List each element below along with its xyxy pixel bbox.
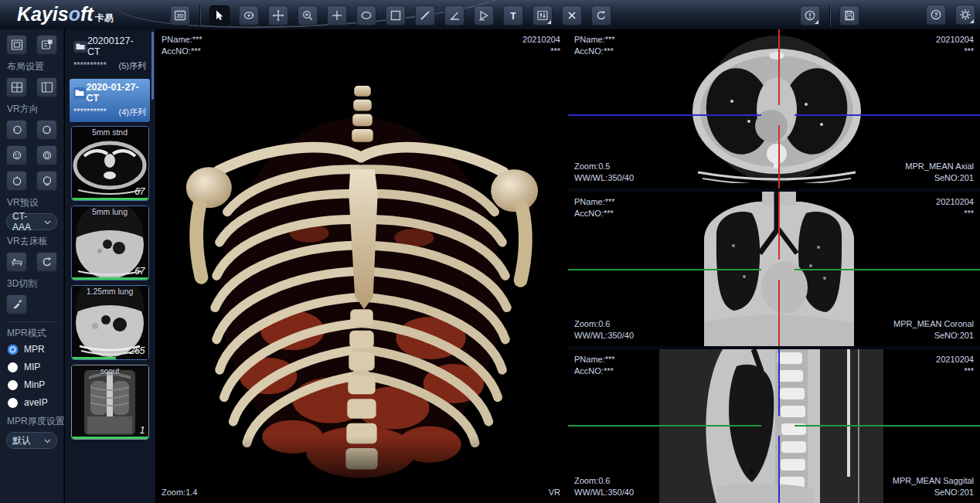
crosshair-horizontal-blue[interactable] (568, 114, 761, 116)
series-thumbnail-5mm-lung[interactable]: 5mm lung 67 (71, 206, 149, 280)
crosshair-vertical-red[interactable] (778, 192, 780, 260)
chevron-down-icon (44, 216, 51, 227)
zoom-in-button[interactable] (298, 5, 318, 25)
toolbar-separator (829, 5, 830, 26)
mpr-mode-radio-mip[interactable]: MIP (8, 362, 57, 372)
window-level-button[interactable] (533, 5, 553, 25)
thumbnail-image-count: 67 (134, 186, 145, 197)
vr-orientation-head-button[interactable] (6, 171, 27, 191)
rect-roi-button[interactable] (386, 5, 406, 25)
radio-icon (8, 362, 18, 372)
ellipse-roi-button[interactable] (356, 5, 376, 25)
restore-bed-button[interactable] (36, 252, 57, 272)
mpr-coronal-viewport[interactable]: PName:***AccNO:*** 20210204*** Zoom:0.6W… (568, 192, 980, 346)
crosshair-vertical-blue[interactable] (778, 349, 780, 416)
study-date: 20200127-CT (87, 36, 146, 57)
vr-preset-select[interactable]: CT-AAA (6, 213, 57, 230)
overlay-patient-info: PName:***AccNO:*** (574, 196, 615, 219)
layout-split-button[interactable] (36, 77, 57, 97)
radio-icon (8, 380, 18, 390)
scalpel-button[interactable] (6, 294, 27, 314)
tool-group-right-2: ? (926, 5, 975, 25)
toolbar-separator (199, 5, 200, 26)
rect-roi-icon (390, 9, 402, 22)
thumbnail-progress-bar (72, 437, 148, 439)
vr-orientation-feet-button[interactable] (36, 171, 57, 191)
info-button[interactable] (800, 5, 820, 25)
overlay-study-date: 20210204*** (522, 34, 560, 57)
settings-button[interactable] (955, 5, 975, 25)
thumbnail-progress-bar (72, 277, 148, 280)
series-thumbnail-scout[interactable]: scout 1 (71, 365, 149, 440)
layout-2d-icon: 2D (174, 9, 186, 22)
crosshair-vertical-red[interactable] (778, 125, 780, 189)
layout-2d-button[interactable]: 2D (170, 5, 190, 25)
crosshair-horizontal-green[interactable] (568, 269, 761, 270)
overlay-view-type: MPR_MEAN SaggitalSeNO:201 (893, 475, 974, 498)
layout-custom-button[interactable] (36, 35, 57, 55)
app-window: Kayisoft 卡易 2D (0, 0, 980, 503)
vr-direction-section-label: VR方向 (7, 103, 57, 116)
series-thumbnail-1-25mm-lung[interactable]: 1.25mm lung 265 (71, 285, 149, 360)
rotate-3d-button[interactable] (239, 5, 259, 25)
crosshair-vertical-red[interactable] (778, 29, 780, 105)
app-logo: Kayisoft 卡易 (17, 3, 114, 25)
crosshair-horizontal-green[interactable] (568, 425, 761, 427)
measure-line-button[interactable] (415, 5, 435, 25)
mpr-axial-viewport[interactable]: PName:***AccNO:*** 20210204*** Zoom:0.5W… (568, 29, 980, 189)
vr-orientation-left-button[interactable] (6, 120, 27, 140)
crosshair-vertical-red[interactable] (778, 280, 780, 346)
series-scrollbar[interactable] (151, 32, 154, 100)
save-button[interactable] (839, 5, 859, 25)
crosshair-horizontal-green[interactable] (795, 425, 980, 427)
layout-single-button[interactable] (6, 35, 27, 55)
mpr-mode-radio-aveip[interactable]: aveIP (8, 397, 57, 408)
angle-button[interactable] (444, 5, 464, 25)
top-toolbar: Kayisoft 卡易 2D (0, 0, 980, 29)
overlay-patient-info: PName:***AccNO:*** (162, 34, 202, 57)
sidebar-divider (6, 321, 57, 322)
crosshair-vertical-blue[interactable] (778, 436, 780, 503)
folder-open-icon (73, 87, 86, 99)
study-patient: ********** (73, 107, 107, 118)
thumbnail-label: scout (72, 366, 148, 376)
reset-button[interactable] (591, 5, 611, 25)
thumbnail-progress-bar (72, 357, 116, 359)
study-card-2020-01-27[interactable]: 2020-01-27-CT ********** (4)序列 (70, 79, 150, 122)
help-button[interactable]: ? (926, 5, 946, 25)
thumbnail-label: 1.25mm lung (72, 287, 148, 296)
mpr-thickness-section-label: MPR厚度设置 (7, 415, 57, 428)
vr-orientation-posterior-button[interactable] (36, 145, 57, 165)
delete-button[interactable] (562, 5, 582, 25)
cobb-angle-button[interactable] (474, 5, 494, 25)
reset-icon (595, 9, 607, 22)
vr-viewport[interactable]: PName:***AccNO:*** 20210204*** Zoom:1.4 … (155, 29, 567, 503)
vr-bed-removal-section-label: VR去床板 (7, 235, 57, 248)
dropdown-corner-mark (547, 20, 551, 24)
mpr-thickness-select[interactable]: 默认 (6, 432, 57, 449)
crosshair-horizontal-green[interactable] (795, 269, 980, 270)
cursor-button[interactable] (209, 5, 230, 25)
cut-3d-section-label: 3D切割 (7, 277, 57, 291)
vr-preset-section-label: VR预设 (7, 196, 57, 209)
mpr-mode-radio-minp[interactable]: MinP (8, 379, 57, 390)
pan-button[interactable] (268, 5, 288, 25)
svg-text:T: T (510, 11, 516, 22)
study-date: 2020-01-27-CT (86, 82, 146, 104)
crosshair-horizontal-blue[interactable] (795, 114, 980, 116)
layout-section-label: 布局设置 (7, 60, 57, 73)
series-thumbnail-5mm-stnd[interactable]: 5mm stnd 67 (71, 126, 149, 201)
text-annotation-button[interactable]: T (503, 5, 523, 25)
vr-orientation-anterior-button[interactable] (6, 145, 27, 165)
mpr-mode-radio-mpr[interactable]: MPR (8, 344, 57, 355)
mpr-sagittal-viewport[interactable]: PName:***AccNO:*** 20210204*** Zoom:0.6W… (568, 349, 980, 503)
study-card-20200127[interactable]: 20200127-CT ********** (5)序列 (70, 32, 150, 76)
layout-grid-2x2-button[interactable] (6, 77, 27, 97)
study-series-count: (4)序列 (119, 107, 146, 118)
crosshair-button[interactable] (327, 5, 347, 25)
study-series-count: (5)序列 (119, 60, 146, 72)
overlay-zoom-wwwl: Zoom:0.6WW/WL:350/40 (574, 318, 634, 342)
remove-bed-button[interactable] (6, 252, 27, 272)
thumbnail-label: 5mm stnd (72, 127, 148, 137)
vr-orientation-right-button[interactable] (36, 120, 57, 140)
